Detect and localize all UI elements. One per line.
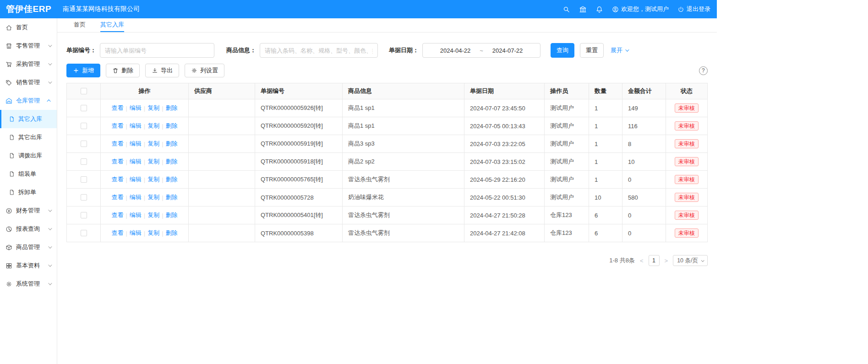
cell-operator: 测试用户 — [545, 170, 589, 188]
action-separator: | — [126, 141, 127, 147]
row-action-view[interactable]: 查看 — [111, 229, 123, 237]
row-action-edit[interactable]: 编辑 — [130, 104, 142, 112]
sidebar-subitem-transfer-outbound[interactable]: 调拨出库 — [0, 147, 57, 165]
row-action-copy[interactable]: 复制 — [147, 104, 159, 112]
cell-date: 2024-07-03 23:15:02 — [464, 152, 545, 170]
date-end-value: 2024-07-22 — [492, 47, 523, 54]
date-range-picker[interactable]: 2024-04-22 ~ 2024-07-22 — [422, 43, 540, 58]
row-action-copy[interactable]: 复制 — [147, 193, 159, 201]
tab-home[interactable]: 首页 — [74, 18, 86, 32]
filter-bar: 单据编号： 商品信息： 单据日期： 2024-04-22 ~ 2024-07-2… — [66, 43, 708, 58]
sidebar-item-home[interactable]: 首页 — [0, 18, 57, 37]
row-action-delete[interactable]: 删除 — [166, 211, 178, 219]
row-action-view[interactable]: 查看 — [111, 140, 123, 148]
row-checkbox[interactable] — [81, 123, 87, 129]
row-action-edit[interactable]: 编辑 — [130, 175, 142, 184]
sidebar-subitem-disassembly[interactable]: 拆卸单 — [0, 183, 57, 201]
export-button[interactable]: 导出 — [145, 64, 179, 77]
cell-goods: 商品3 sp3 — [343, 135, 464, 152]
row-actions: 查看|编辑|复制|删除 — [101, 170, 189, 188]
row-action-view[interactable]: 查看 — [111, 104, 123, 112]
row-action-view[interactable]: 查看 — [111, 175, 123, 184]
row-action-delete[interactable]: 删除 — [166, 158, 178, 166]
row-action-view[interactable]: 查看 — [111, 193, 123, 201]
delete-button[interactable]: 删除 — [106, 64, 140, 77]
row-checkbox[interactable] — [81, 212, 87, 218]
row-action-copy[interactable]: 复制 — [147, 175, 159, 184]
sidebar-subitem-label: 组装单 — [18, 170, 36, 178]
chevron-icon — [48, 244, 52, 248]
page-size-select[interactable]: 10 条/页 — [673, 255, 708, 266]
sidebar-item-finance[interactable]: 财务管理 — [0, 201, 57, 220]
reset-button[interactable]: 重置 — [580, 43, 604, 58]
sidebar-item-sales[interactable]: 销售管理 — [0, 73, 57, 92]
row-action-view[interactable]: 查看 — [111, 158, 123, 166]
search-button[interactable]: 查询 — [551, 43, 574, 58]
sidebar-subitem-other-outbound[interactable]: 其它出库 — [0, 128, 57, 147]
basic-icon — [5, 262, 12, 269]
row-checkbox[interactable] — [81, 176, 87, 183]
row-action-edit[interactable]: 编辑 — [130, 193, 142, 201]
row-actions: 查看|编辑|复制|删除 — [101, 99, 189, 117]
row-action-view[interactable]: 查看 — [111, 211, 123, 219]
row-action-delete[interactable]: 删除 — [166, 229, 178, 237]
expand-filters-link[interactable]: 展开 — [611, 46, 628, 54]
action-separator: | — [144, 105, 145, 112]
sidebar-item-system[interactable]: 系统管理 — [0, 275, 57, 293]
row-checkbox[interactable] — [81, 141, 87, 147]
row-action-edit[interactable]: 编辑 — [130, 211, 142, 219]
row-action-copy[interactable]: 复制 — [147, 122, 159, 130]
sidebar-subitem-assembly[interactable]: 组装单 — [0, 165, 57, 183]
add-button[interactable]: 新增 — [66, 64, 100, 77]
row-checkbox[interactable] — [81, 105, 87, 111]
row-action-edit[interactable]: 编辑 — [130, 122, 142, 130]
sidebar-item-basic[interactable]: 基本资料 — [0, 256, 57, 275]
sidebar-item-purchase[interactable]: 采购管理 — [0, 55, 57, 73]
next-page-icon[interactable]: > — [664, 257, 669, 264]
cell-date: 2024-04-27 21:42:08 — [464, 224, 545, 242]
table-row: 查看|编辑|复制|删除 QTRK00000005398 雷达杀虫气雾剂 2024… — [67, 224, 707, 242]
cell-date: 2024-07-07 23:45:50 — [464, 99, 545, 117]
sidebar-subitem-other-inbound[interactable]: 其它入库 — [0, 110, 57, 128]
action-separator: | — [126, 158, 127, 165]
row-action-view[interactable]: 查看 — [111, 122, 123, 130]
home-icon — [5, 24, 12, 31]
row-checkbox[interactable] — [81, 194, 87, 201]
export-button-label: 导出 — [161, 66, 173, 75]
welcome-user[interactable]: 欢迎您，测试用户 — [612, 5, 669, 13]
sidebar-item-warehouse[interactable]: 仓库管理 — [0, 92, 57, 110]
sidebar-item-goods[interactable]: 商品管理 — [0, 238, 57, 256]
goods-info-input[interactable] — [260, 43, 378, 58]
table-row: 查看|编辑|复制|删除 QTRK00000005918[转] 商品2 sp2 2… — [67, 152, 707, 170]
row-checkbox[interactable] — [81, 158, 87, 165]
row-action-copy[interactable]: 复制 — [147, 229, 159, 237]
sidebar-item-retail[interactable]: 零售管理 — [0, 37, 57, 55]
table-row: 查看|编辑|复制|删除 QTRK00000005926[转] 商品1 sp1 2… — [67, 99, 707, 117]
action-separator: | — [162, 141, 163, 147]
row-action-delete[interactable]: 删除 — [166, 122, 178, 130]
bell-icon[interactable] — [595, 5, 603, 13]
column-settings-button[interactable]: 列设置 — [185, 64, 224, 77]
select-all-checkbox[interactable] — [81, 88, 87, 94]
bank-icon[interactable] — [579, 5, 587, 13]
page-number[interactable]: 1 — [649, 255, 660, 266]
tab-other-inbound[interactable]: 其它入库 — [100, 18, 124, 32]
row-action-edit[interactable]: 编辑 — [130, 158, 142, 166]
row-action-copy[interactable]: 复制 — [147, 211, 159, 219]
col-header-supplier: 供应商 — [189, 83, 255, 99]
row-action-delete[interactable]: 删除 — [166, 104, 178, 112]
help-icon[interactable]: ? — [699, 66, 708, 75]
logout-button[interactable]: 退出登录 — [677, 5, 710, 13]
row-action-delete[interactable]: 删除 — [166, 140, 178, 148]
bill-no-input[interactable] — [100, 43, 214, 58]
row-checkbox[interactable] — [81, 230, 87, 236]
prev-page-icon[interactable]: < — [639, 257, 644, 264]
row-action-edit[interactable]: 编辑 — [130, 229, 142, 237]
row-action-copy[interactable]: 复制 — [147, 140, 159, 148]
row-action-delete[interactable]: 删除 — [166, 175, 178, 184]
search-icon[interactable] — [562, 5, 570, 13]
row-action-copy[interactable]: 复制 — [147, 158, 159, 166]
sidebar-item-report[interactable]: 报表查询 — [0, 220, 57, 238]
row-action-edit[interactable]: 编辑 — [130, 140, 142, 148]
row-action-delete[interactable]: 删除 — [166, 193, 178, 201]
